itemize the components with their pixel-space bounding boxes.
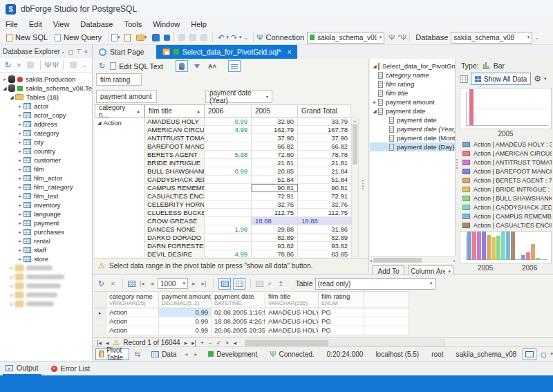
totals-toggle[interactable]	[228, 60, 241, 72]
prev-view-icon[interactable]: ◂	[182, 351, 189, 357]
cancel-edit-icon[interactable]: ×	[225, 339, 229, 346]
pivot-cell-2005[interactable]: 90.81	[252, 184, 298, 192]
delete-icon[interactable]: ×	[15, 61, 23, 69]
pivot-film-title[interactable]: DARN FORRESTER	[144, 242, 205, 250]
tree-node-production[interactable]: ▸ sakila.Production	[0, 75, 92, 84]
next-view-icon[interactable]: ▸	[192, 351, 199, 357]
tree-node-tables-folder[interactable]: ◢ Tables (18)	[0, 93, 92, 102]
pivot-film-title[interactable]: BULL SHAWSHANK	[144, 167, 205, 176]
pivot-cell-2006[interactable]	[205, 184, 252, 192]
tree-node-table-film[interactable]: ▸film	[0, 165, 92, 174]
pivot-cell-2005[interactable]: 20.85	[252, 167, 298, 176]
expand-icon[interactable]: ▸	[17, 212, 24, 217]
sort-toggle[interactable]: A˄	[206, 60, 218, 72]
new-document-icon[interactable]	[111, 34, 118, 41]
grid-column-header-film-title[interactable]: film titleVARCHAR(255)	[265, 291, 319, 308]
pivot-film-title[interactable]: DEVIL DESIRE	[144, 250, 205, 257]
error-list-tab[interactable]: ✕ Error List	[48, 362, 93, 375]
pivot-cell-2005[interactable]: 37.90	[252, 134, 298, 142]
card-view-toggle[interactable]	[233, 278, 245, 290]
status-options-arrow-icon[interactable]: ▾	[551, 351, 553, 357]
pivot-cell-2005[interactable]: 82.89	[252, 234, 298, 242]
row-field-filmtitle-chip[interactable]: film title▲	[144, 104, 205, 118]
expand-icon[interactable]: ▸	[17, 194, 24, 199]
paste-icon[interactable]	[200, 34, 207, 41]
grid-column-header-payment-amount[interactable]: payment amountDECIMAL(5, 2)	[159, 291, 212, 308]
expand-icon[interactable]: ▸	[17, 131, 24, 136]
append-record-icon[interactable]: +	[200, 339, 204, 346]
explorer-overflow-icon[interactable]: ⌄	[80, 62, 89, 68]
refresh-pivot-icon[interactable]: ↻	[97, 62, 107, 71]
save-icon[interactable]	[152, 34, 160, 41]
show-all-data-button[interactable]: Show All Data	[471, 73, 531, 85]
legend-item[interactable]: Action | CASUALTIES ENCINO : 72.91	[462, 221, 552, 230]
legend-item[interactable]: Action | CAMPUS REMEMBER : 90.81	[462, 212, 552, 221]
pivot-cell-total[interactable]: 37.90	[298, 134, 351, 142]
edit-sql-text-button[interactable]: Edit SQL Text	[119, 62, 163, 71]
delete-record-icon[interactable]: −	[208, 339, 212, 346]
fields-horizontal-scrollbar[interactable]: ◂▸	[370, 256, 456, 263]
expand-icon[interactable]: ▸	[17, 176, 24, 181]
cut-icon[interactable]	[178, 34, 185, 41]
pivot-cell-2005[interactable]: 21.81	[252, 159, 298, 167]
pivot-cell-2006[interactable]: 4.99	[205, 250, 252, 257]
collapse-icon[interactable]: ◢	[1, 86, 8, 91]
pivot-cell-2006[interactable]	[205, 217, 252, 225]
column-field-chip[interactable]: payment date (Year)▾	[205, 90, 272, 103]
swap-views-icon[interactable]: ⇆	[132, 350, 142, 359]
filter-field-chip[interactable]: film rating	[96, 73, 142, 86]
grid-row[interactable]: Action0.9918.08.2005 4:26:54AMADEUS HOLY…	[94, 317, 409, 326]
pivot-cell-total[interactable]: 82.89	[298, 234, 351, 242]
commit-edit-icon[interactable]: ✓	[216, 339, 222, 346]
tree-node-table-store[interactable]: ▸store	[0, 254, 92, 263]
legend-item[interactable]: Action | BRIDE INTRIGUE : 21.81	[462, 185, 552, 194]
tree-node-table-address[interactable]: ▸address	[0, 120, 92, 129]
grid-cell[interactable]: 18.08.2005 4:26:54	[212, 317, 265, 326]
grid-view-toggle[interactable]	[218, 278, 231, 290]
chart-type-select[interactable]: Bar	[494, 62, 505, 70]
grid-column-header-film-rating[interactable]: film ratingENUM	[319, 291, 364, 308]
pivot-cell-total[interactable]: 66.82	[298, 142, 351, 151]
legend-item[interactable]: Action | ANTITRUST TOMATOES : 37.9	[462, 158, 552, 167]
new-sql-button[interactable]: New SQL	[3, 31, 51, 44]
toolbar-overflow-icon[interactable]: ⌄	[242, 35, 251, 41]
pivot-cell-total[interactable]: 93.82	[298, 242, 351, 250]
panel-splitter[interactable]	[456, 159, 458, 169]
legend-item[interactable]: Action | AMERICAN CIRCUS : 162.79	[462, 149, 552, 158]
pivot-cell-total[interactable]: 21.81	[298, 159, 351, 167]
grid-cell[interactable]: 02.08.2005 1:16:59	[212, 308, 265, 317]
pivot-film-title[interactable]: CELEBRITY HORN	[144, 200, 205, 209]
first-record-icon[interactable]: |◂	[97, 339, 102, 346]
pivot-cell-2006[interactable]: 0.99	[205, 167, 252, 176]
pivot-table-view-button[interactable]: Pivot Table	[95, 348, 129, 360]
connection-select[interactable]: sakila_schema_v08... ▾	[307, 32, 384, 44]
next-record-icon[interactable]: ▸	[185, 339, 188, 346]
pivot-cell-2006[interactable]	[205, 234, 252, 242]
fields-root-node[interactable]: ◢ Select_data_for_PivotGrid	[370, 62, 455, 71]
grid-cell[interactable]: PG	[319, 317, 364, 326]
field-node-payment-date-year-[interactable]: payment date (Year)	[370, 124, 455, 133]
field-node-payment-date[interactable]: payment date	[370, 115, 455, 124]
last-page-icon[interactable]: ▸|	[200, 280, 209, 287]
tree-node-table-payment[interactable]: ▸payment	[0, 218, 92, 227]
tree-node-table-purchases[interactable]: ▸purchases	[0, 227, 92, 236]
collapse-icon[interactable]: ◢	[371, 64, 378, 69]
filter-toggle[interactable]	[191, 60, 203, 72]
output-tab[interactable]: ▸ Output	[3, 362, 41, 375]
toolbar-overflow-2-icon[interactable]: ⌄	[532, 35, 541, 41]
script-icon[interactable]	[70, 62, 77, 68]
connect-icon[interactable]: Ψ	[53, 61, 59, 69]
pivot-cell-2006[interactable]: 5.98	[205, 151, 252, 159]
expand-icon[interactable]: ▸	[1, 77, 8, 82]
pivot-cell-2005[interactable]: 32.80	[252, 118, 298, 126]
pivot-cell-2005[interactable]: 72.80	[252, 151, 298, 159]
pivot-cell-2006[interactable]	[205, 192, 252, 200]
field-node-payment-date-day-[interactable]: payment date (Day)	[370, 142, 455, 151]
first-page-icon[interactable]: |◂	[138, 280, 147, 287]
tree-node-table-inventory[interactable]: ▸inventory	[0, 200, 92, 209]
scrollbar-thumb[interactable]	[373, 258, 422, 263]
paging-icon[interactable]	[128, 281, 135, 287]
pivot-cell-2005[interactable]: 66.82	[252, 142, 298, 151]
tree-node-table-film_category[interactable]: ▸film_category	[0, 183, 92, 192]
open-file-icon[interactable]	[136, 35, 144, 41]
